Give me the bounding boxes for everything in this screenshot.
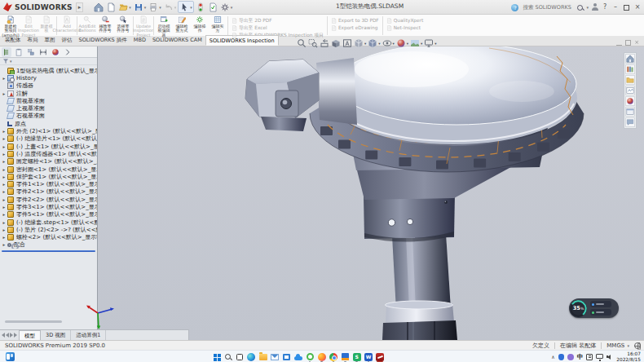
display-icon[interactable] — [596, 354, 603, 359]
taskpane-appearance-button[interactable] — [625, 96, 635, 106]
tree-item[interactable]: 传感器 — [0, 82, 97, 90]
taskpane-folder-button[interactable] — [625, 75, 635, 85]
dispstyle-button[interactable]: ▾ — [368, 38, 380, 48]
zoomarea-button[interactable] — [308, 38, 318, 48]
qat-qdoc-button[interactable] — [105, 1, 117, 13]
ribbon-tab[interactable]: SOLIDWORKS Inspection — [205, 35, 279, 46]
expand-arrow-icon[interactable]: ▸ — [2, 152, 7, 157]
prevview-button[interactable] — [320, 38, 329, 48]
section-button[interactable] — [331, 38, 341, 48]
ribbon-tab[interactable]: 布局 — [24, 35, 42, 46]
export-menu-item[interactable]: 导出至 Excel — [232, 24, 324, 31]
zoom-overlay-pill[interactable]: 35% — [569, 298, 619, 318]
vieworient-button[interactable]: ▾ — [354, 38, 366, 48]
viewsetting-button[interactable]: ▾ — [424, 38, 436, 48]
export-menu-item[interactable]: 导出至 2D PDF — [232, 17, 324, 24]
doc-tab[interactable]: 模型 — [19, 330, 41, 340]
qat-qundo-button[interactable]: ▾ — [163, 1, 178, 13]
expand-arrow-icon[interactable]: ▸ — [2, 144, 7, 149]
units-selector[interactable]: MMGS ▾ — [607, 342, 629, 349]
tab-nav-arrows[interactable] — [0, 333, 19, 338]
magnifier-button[interactable] — [297, 38, 307, 48]
taskbar-clock[interactable]: 16:07 2022/8/15 — [616, 351, 641, 362]
taskpane-viewpalette-button[interactable] — [625, 86, 635, 95]
taskbar-store-icon[interactable] — [282, 352, 291, 361]
ribbon-button[interactable]: 选择零 件序号 — [114, 15, 132, 33]
help-button[interactable]: ? — [601, 2, 609, 13]
restore-button[interactable] — [624, 5, 629, 11]
taskbar-word-icon[interactable]: W — [364, 352, 373, 361]
ribbon-button[interactable]: 移除零 件序号 — [96, 15, 114, 33]
expand-arrow-icon[interactable]: ▸ — [2, 159, 7, 164]
qat-qgear-button[interactable]: ▾ — [219, 1, 234, 13]
expand-arrow-icon[interactable]: ▸ — [2, 189, 7, 194]
doc-minimize-icon[interactable] — [616, 45, 622, 46]
expand-arrow-icon[interactable]: ▸ — [2, 174, 7, 179]
expand-arrow-icon[interactable]: ▸ — [2, 242, 7, 247]
tree-item[interactable]: 右视基准面 — [0, 113, 97, 120]
expand-arrow-icon[interactable]: ▸ — [2, 235, 7, 240]
taskbar-notebook-app-icon[interactable] — [341, 352, 350, 361]
taskbar-start-icon[interactable] — [212, 352, 221, 361]
panel-tab-ptree[interactable] — [2, 47, 11, 57]
taskbar-chrome-icon[interactable] — [329, 352, 337, 361]
panel-tab-pchev[interactable] — [63, 47, 73, 57]
security-shield-icon[interactable] — [558, 354, 564, 360]
tree-item[interactable]: ▸外壳 (2)<1> (默认<<默认>_显示状 — [0, 127, 97, 135]
doc-tab[interactable]: 运动算例1 — [71, 330, 106, 340]
taskpane-forum-button[interactable] — [625, 117, 635, 127]
tree-item[interactable]: ▸密封圈<1> (默认<<默认>_显示状 — [0, 166, 97, 173]
hideshow-button[interactable]: ▾ — [382, 38, 395, 48]
tree-item[interactable]: ▸History — [0, 74, 97, 82]
taskpane-library-button[interactable] — [625, 64, 635, 74]
taskbar-widgets-button[interactable] — [6, 352, 15, 361]
overlay-annotate-button[interactable] — [590, 309, 611, 316]
qat-qcursor-button[interactable]: ▾ — [178, 1, 194, 13]
qat-qrebuild-button[interactable] — [195, 1, 206, 13]
search-icon[interactable] — [576, 4, 584, 11]
panel-tab-pprop[interactable] — [14, 47, 24, 57]
expand-arrow-icon[interactable]: ▸ — [2, 197, 7, 202]
doc-restore-icon[interactable] — [625, 40, 631, 46]
tree-item[interactable]: ▸(-) 绝缘套.step<1> (默认<<默认> — [0, 219, 97, 226]
qat-qsave-button[interactable]: ▾ — [133, 1, 148, 13]
ribbon-tab[interactable]: 评估 — [59, 35, 76, 46]
ribbon-tab[interactable]: 装配体 — [2, 35, 24, 46]
tree-item[interactable]: ▸(-) 温度传感器<1> (默认<<默认>_ — [0, 150, 97, 157]
tree-item[interactable]: 原点 — [0, 120, 97, 127]
doc-tab[interactable]: 3D 视图 — [41, 330, 71, 340]
ribbon-button[interactable]: 编辑检 查方式 — [173, 15, 191, 33]
qat-home-button[interactable] — [93, 1, 104, 13]
menu-flyout-toggle[interactable]: ▸ — [76, 2, 84, 12]
appearance-button[interactable]: ▾ — [396, 38, 408, 48]
panel-tab-pdims[interactable] — [38, 47, 48, 57]
tree-item[interactable]: 前视基准面 — [0, 97, 97, 104]
tree-item[interactable]: ▸零件5<1> (默认<<默认>_显示状 — [0, 211, 97, 219]
expand-arrow-icon[interactable]: ▸ — [2, 76, 7, 81]
user-account-icon[interactable] — [591, 3, 598, 11]
expand-arrow-icon[interactable]: ▸ — [2, 212, 7, 217]
tree-item[interactable]: ▸(-) 绝缘垫片<1> (默认<<默认>_显 — [0, 135, 97, 143]
tree-item[interactable]: ▸零件3<1> (默认<<默认>_显示状 — [0, 203, 97, 210]
taskbar-solidworks-icon[interactable] — [376, 352, 385, 361]
tree-horizontal-scrollbar[interactable] — [5, 320, 62, 323]
close-button[interactable]: × — [633, 2, 642, 13]
taskbar-mail-icon[interactable] — [271, 352, 280, 361]
taskbar-wps-icon[interactable]: S — [352, 352, 361, 361]
expand-arrow-icon[interactable]: ▸ — [2, 220, 7, 225]
scene-button[interactable]: ▾ — [410, 38, 422, 48]
tray-app-icon[interactable] — [567, 354, 574, 360]
tree-item[interactable]: ▸配合 — [0, 241, 97, 249]
ribbon-button[interactable]: 编辑操 作 — [191, 15, 209, 33]
expand-arrow-icon[interactable]: ▸ — [2, 182, 7, 187]
qat-qopen-button[interactable]: ▾ — [117, 1, 132, 13]
export-menu-item[interactable]: Net-Inspect — [386, 24, 424, 31]
tree-item[interactable]: ▸零件2<1> (默认<<默认>_显示状 — [0, 188, 97, 196]
expand-arrow-icon[interactable]: ▸ — [2, 91, 7, 96]
ribbon-tab[interactable]: MBD — [130, 35, 149, 46]
tree-item[interactable]: 1型铠装热电偶 (默认<默认_显示状态-1 — [0, 67, 97, 74]
dynanno-button[interactable] — [342, 38, 352, 48]
taskbar-search-icon[interactable] — [223, 352, 232, 361]
qat-qprint-button[interactable]: ▾ — [148, 1, 162, 13]
expand-arrow-icon[interactable]: ▸ — [2, 167, 7, 172]
